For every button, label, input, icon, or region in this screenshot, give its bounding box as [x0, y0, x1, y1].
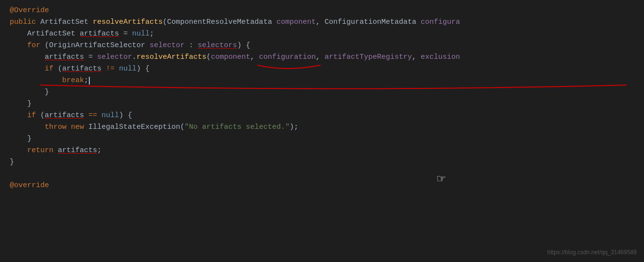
- code-line-9: }: [0, 98, 644, 110]
- code-line-16: @override: [0, 180, 644, 192]
- var-artifacts-null-check: artifacts: [45, 110, 84, 122]
- code-line-6: if (artifacts != null) {: [0, 63, 644, 75]
- code-line-3: ArtifactSet artifacts = null;: [0, 28, 644, 40]
- method-name: resolveArtifacts: [93, 17, 163, 28]
- text-cursor: [89, 77, 90, 85]
- var-selectors: selectors: [198, 40, 237, 52]
- code-line-14: }: [0, 157, 644, 168]
- code-line-2: public ArtifactSet resolveArtifacts(Comp…: [0, 17, 644, 28]
- var-artifacts-assign: artifacts: [45, 52, 84, 63]
- kw-public: public: [10, 17, 40, 28]
- var-artifacts-decl: artifacts: [80, 28, 119, 40]
- code-line-13: return artifacts;: [0, 145, 644, 157]
- code-line-8: }: [0, 87, 644, 98]
- code-line-7: break;: [0, 75, 644, 87]
- code-line-10: if (artifacts == null) {: [0, 110, 644, 122]
- hand-cursor-icon: ☞: [437, 169, 445, 191]
- code-line-5: artifacts = selector.resolveArtifacts(co…: [0, 52, 644, 63]
- annotation-override-bottom: @override: [10, 180, 49, 192]
- annotation-override: @Override: [10, 5, 49, 17]
- code-line-11: throw new IllegalStateException("No arti…: [0, 122, 644, 133]
- code-line-15: [0, 168, 644, 180]
- code-line-1: @Override: [0, 5, 644, 17]
- code-line-12: }: [0, 133, 644, 145]
- var-artifacts-if: artifacts: [62, 63, 102, 75]
- code-line-4: for (OriginArtifactSelector selector : s…: [0, 40, 644, 52]
- type-artifactset: ArtifactSet: [40, 17, 93, 28]
- code-editor: @Override public ArtifactSet resolveArti…: [0, 0, 644, 262]
- var-artifacts-return: artifacts: [58, 145, 97, 157]
- watermark: https://blog.csdn.net/qq_31469589: [547, 248, 637, 257]
